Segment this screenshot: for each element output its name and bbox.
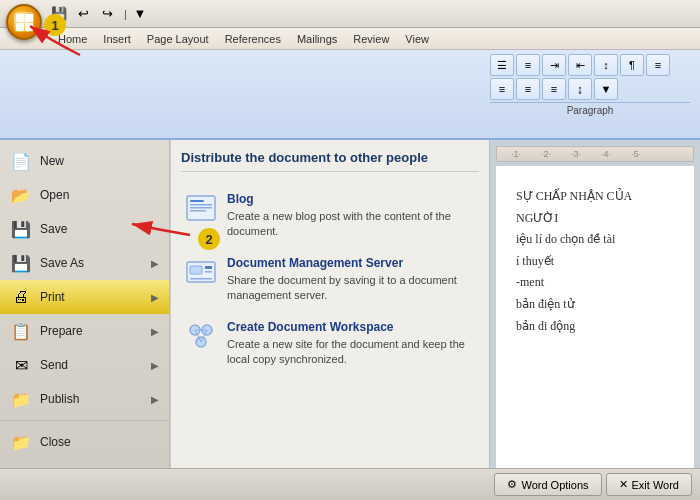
exit-word-icon: ✕ (619, 478, 628, 491)
tab-page-layout[interactable]: Page Layout (139, 31, 217, 47)
workspace-icon (185, 320, 217, 352)
publish-label: Publish (40, 392, 79, 406)
print-icon: 🖨 (10, 286, 32, 308)
menu-item-open[interactable]: 📂 Open (0, 178, 169, 212)
document-content: SỰ CHẤP NHẬN CỦA NGƯỜI iệu lí do chọn đề… (496, 166, 694, 468)
menu-tabs: Home Insert Page Layout References Maili… (0, 28, 700, 50)
ribbon: ☰ ≡ ⇥ ⇤ ↕ ¶ ≡ ≡ ≡ ≡ ↨ ▼ Paragraph (0, 50, 700, 140)
close-label: Close (40, 435, 71, 449)
prepare-label: Prepare (40, 324, 83, 338)
doc-line-4: -ment (516, 272, 674, 294)
word-options-icon: ⚙ (507, 478, 517, 491)
ruler: ·1· ·2· ·3· ·4· ·5· (496, 146, 694, 162)
exit-word-button[interactable]: ✕ Exit Word (606, 473, 692, 496)
doc-management-title: Document Management Server (227, 256, 475, 270)
print-label: Print (40, 290, 65, 304)
ribbon-indent2-btn[interactable]: ⇤ (568, 54, 592, 76)
workspace-desc: Create a new site for the document and k… (227, 337, 475, 368)
ribbon-align-left[interactable]: ≡ (646, 54, 670, 76)
publish-icon: 📁 (10, 388, 32, 410)
word-options-button[interactable]: ⚙ Word Options (494, 473, 601, 496)
svg-rect-4 (190, 210, 206, 212)
bottom-bar: ⚙ Word Options ✕ Exit Word (0, 468, 700, 500)
ribbon-list-btn[interactable]: ☰ (490, 54, 514, 76)
ribbon-sort-btn[interactable]: ↕ (594, 54, 618, 76)
doc-management-icon (185, 256, 217, 288)
tab-references[interactable]: References (217, 31, 289, 47)
svg-rect-1 (190, 200, 204, 202)
annotation-number-2: 2 (198, 228, 220, 250)
doc-line-1: SỰ CHẤP NHẬN CỦA NGƯỜI (516, 186, 674, 229)
ribbon-more[interactable]: ▼ (594, 78, 618, 100)
customize-button[interactable]: ▼ (129, 3, 151, 25)
toolbar-separator: | (124, 8, 127, 20)
doc-line-2: iệu lí do chọn đề tài (516, 229, 674, 251)
menu-item-prepare[interactable]: 📋 Prepare ▶ (0, 314, 169, 348)
submenu-doc-management[interactable]: Document Management Server Share the doc… (181, 248, 479, 312)
workspace-title: Create Document Workspace (227, 320, 475, 334)
prepare-arrow: ▶ (151, 326, 159, 337)
save-as-arrow: ▶ (151, 258, 159, 269)
publish-arrow: ▶ (151, 394, 159, 405)
ribbon-align-center[interactable]: ≡ (490, 78, 514, 100)
doc-line-6: bản di động (516, 316, 674, 338)
ribbon-indent-btn[interactable]: ⇥ (542, 54, 566, 76)
send-label: Send (40, 358, 68, 372)
svg-rect-7 (205, 266, 212, 269)
new-label: New (40, 154, 64, 168)
doc-line-3: í thuyết (516, 251, 674, 273)
ribbon-spacing[interactable]: ↨ (568, 78, 592, 100)
close-icon: 📁 (10, 431, 32, 453)
save-as-icon: 💾 (10, 252, 32, 274)
ribbon-align-right[interactable]: ≡ (516, 78, 540, 100)
menu-item-print[interactable]: 🖨 Print ▶ (0, 280, 169, 314)
send-icon: ✉ (10, 354, 32, 376)
tab-mailings[interactable]: Mailings (289, 31, 345, 47)
svg-rect-8 (205, 271, 212, 273)
svg-rect-3 (190, 207, 212, 209)
office-orb[interactable] (6, 4, 42, 40)
ribbon-list2-btn[interactable]: ≡ (516, 54, 540, 76)
undo-button[interactable]: ↩ (72, 3, 94, 25)
submenu-blog[interactable]: Blog Create a new blog post with the con… (181, 184, 479, 248)
svg-rect-6 (190, 266, 202, 274)
ribbon-justify[interactable]: ≡ (542, 78, 566, 100)
blog-text: Blog Create a new blog post with the con… (227, 192, 475, 240)
blog-title: Blog (227, 192, 475, 206)
doc-management-desc: Share the document by saving it to a doc… (227, 273, 475, 304)
prepare-icon: 📋 (10, 320, 32, 342)
doc-management-text: Document Management Server Share the doc… (227, 256, 475, 304)
ribbon-mark-btn[interactable]: ¶ (620, 54, 644, 76)
exit-word-label: Exit Word (632, 479, 679, 491)
save-icon: 💾 (10, 218, 32, 240)
open-label: Open (40, 188, 69, 202)
menu-item-save-as[interactable]: 💾 Save As ▶ (0, 246, 169, 280)
new-icon: 📄 (10, 150, 32, 172)
redo-button[interactable]: ↪ (96, 3, 118, 25)
open-icon: 📂 (10, 184, 32, 206)
menu-item-new[interactable]: 📄 New (0, 144, 169, 178)
svg-rect-9 (190, 278, 212, 280)
word-options-label: Word Options (521, 479, 588, 491)
tab-review[interactable]: Review (345, 31, 397, 47)
save-as-label: Save As (40, 256, 84, 270)
main-area: 📄 New 📂 Open 💾 Save 💾 Save As ▶ 🖨 Print … (0, 140, 700, 468)
submenu-panel: Distribute the document to other people … (170, 140, 490, 468)
menu-item-close[interactable]: 📁 Close (0, 425, 169, 459)
blog-desc: Create a new blog post with the content … (227, 209, 475, 240)
doc-line-5: bản điện tử (516, 294, 674, 316)
paragraph-group: ☰ ≡ ⇥ ⇤ ↕ ¶ ≡ ≡ ≡ ≡ ↨ ▼ Paragraph (490, 54, 690, 116)
menu-item-publish[interactable]: 📁 Publish ▶ (0, 382, 169, 416)
annotation-number-1: 1 (44, 14, 66, 36)
menu-item-send[interactable]: ✉ Send ▶ (0, 348, 169, 382)
submenu-workspace[interactable]: Create Document Workspace Create a new s… (181, 312, 479, 376)
svg-rect-2 (190, 204, 212, 206)
paragraph-label: Paragraph (490, 102, 690, 116)
menu-item-save[interactable]: 💾 Save (0, 212, 169, 246)
tab-insert[interactable]: Insert (95, 31, 139, 47)
document-area: ·1· ·2· ·3· ·4· ·5· SỰ CHẤP NHẬN CỦA NGƯ… (490, 140, 700, 468)
submenu-title: Distribute the document to other people (181, 150, 479, 172)
tab-view[interactable]: View (397, 31, 437, 47)
workspace-text: Create Document Workspace Create a new s… (227, 320, 475, 368)
blog-icon (185, 192, 217, 224)
